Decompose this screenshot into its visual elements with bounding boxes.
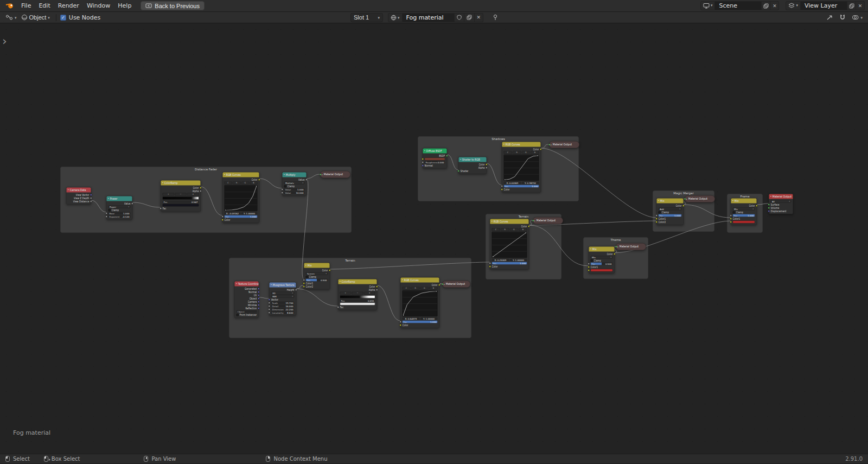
node-row-field[interactable]: Value10.000 <box>283 191 307 194</box>
node-texture-coordinate[interactable]: ▾Texture CoordinateGeneratedNormalUVObje… <box>234 281 259 318</box>
node-header[interactable]: ▾RGB Curves <box>490 219 529 224</box>
number-field[interactable]: Exponent-0.120 <box>108 215 131 218</box>
socket-input[interactable] <box>400 324 402 326</box>
socket-output[interactable] <box>258 291 260 293</box>
toolbar-button[interactable]: R <box>233 182 240 185</box>
node-rgb-curves[interactable]: ▾RGB CurvesColorCRGBX: 0.25309Y: 1.00000… <box>490 219 529 270</box>
color-swatch[interactable] <box>425 158 445 161</box>
socket-input[interactable] <box>303 279 305 281</box>
node-rgb-curves[interactable]: ▾RGB CurvesColorCRGBX: 0.64373Y: 1.00000… <box>400 277 439 328</box>
socket-input[interactable] <box>501 185 503 187</box>
new-scene-button[interactable] <box>762 1 770 10</box>
node-row-curve[interactable] <box>401 290 439 317</box>
socket-input[interactable] <box>400 321 402 323</box>
socket-input[interactable] <box>656 214 658 217</box>
editor-type-dropdown[interactable]: ▾ <box>3 13 19 22</box>
socket-input[interactable] <box>684 198 686 200</box>
node-header[interactable]: ▾Musgrave Texture <box>270 283 296 288</box>
node-header[interactable]: ▾Power <box>107 196 132 201</box>
collapse-toggle-icon[interactable]: ▾ <box>658 200 659 202</box>
collapse-toggle-icon[interactable]: ▾ <box>68 189 69 191</box>
toolbar-button[interactable]: − <box>175 193 186 196</box>
node-multiply[interactable]: ▾MultiplyValueMultiply▾ClampValue1.000Va… <box>282 172 307 196</box>
collapse-toggle-icon[interactable]: ▸ <box>444 283 445 285</box>
socket-output[interactable] <box>258 301 260 303</box>
socket-output[interactable] <box>528 225 530 227</box>
socket-output[interactable] <box>329 269 331 271</box>
collapse-toggle-icon[interactable]: ▾ <box>340 281 341 283</box>
toolbar-button[interactable]: R <box>513 151 521 154</box>
menu-window[interactable]: Window <box>83 1 114 10</box>
socket-output[interactable] <box>90 200 92 202</box>
fac-slider[interactable]: Fac1.000 <box>659 214 682 217</box>
fac-slider[interactable]: Fac1.000 <box>504 185 539 188</box>
collapse-toggle-icon[interactable]: ▾ <box>305 264 307 266</box>
node-header[interactable]: ▾Diffuse BSDF <box>423 149 447 154</box>
curve-editor[interactable] <box>225 185 258 211</box>
node-material-output[interactable]: ▸Material Output <box>442 281 470 288</box>
dropdown[interactable]: fBM▾ <box>271 295 295 298</box>
fac-slider[interactable]: Fac1.000 <box>733 214 755 217</box>
toolbar-button[interactable]: B <box>531 151 539 154</box>
socket-output[interactable] <box>756 205 758 207</box>
node-header[interactable]: ▾RGB Curves <box>223 173 259 177</box>
number-field[interactable]: X: 0.64373 <box>403 317 420 320</box>
checkbox[interactable] <box>237 314 239 316</box>
socket-input[interactable] <box>106 212 108 214</box>
color-swatch[interactable] <box>591 269 613 272</box>
collapse-toggle-icon[interactable]: ▾ <box>503 143 505 145</box>
toolbar-button[interactable]: ▾ <box>187 193 199 196</box>
collapse-toggle-icon[interactable]: ▾ <box>590 248 591 250</box>
socket-output[interactable] <box>305 179 308 181</box>
collapse-toggle-icon[interactable]: ▾ <box>271 284 272 286</box>
socket-input[interactable] <box>337 306 340 308</box>
dropdown[interactable]: Multiply▾ <box>284 182 305 185</box>
socket-input[interactable] <box>588 269 590 271</box>
node-header[interactable]: ▾Camera Data <box>67 188 91 193</box>
node-header[interactable]: ▾Texture Coordinate <box>235 282 259 287</box>
node-editor-canvas[interactable]: Distance FaderShadowsTerrainMagic Merger… <box>0 23 868 454</box>
node-header[interactable]: ▸Material Output <box>321 171 350 178</box>
menu-help[interactable]: Help <box>114 1 135 10</box>
socket-input[interactable] <box>730 214 732 217</box>
toolbar-button[interactable]: R <box>501 228 509 231</box>
node-header[interactable]: ▾ColorRamp <box>339 279 377 284</box>
node-row-field[interactable]: Exponent-0.120 <box>107 215 132 218</box>
number-field[interactable]: Lacunarity8.600 <box>271 312 295 314</box>
node-row-curve[interactable] <box>223 185 259 212</box>
socket-output[interactable] <box>540 148 542 150</box>
collapse-toggle-icon[interactable]: ▾ <box>284 174 285 176</box>
curve-editor[interactable] <box>492 232 527 258</box>
socket-output[interactable] <box>446 155 448 157</box>
node-row-gradient[interactable] <box>161 196 201 200</box>
snap-arrow-icon-button[interactable] <box>824 13 835 22</box>
socket-output[interactable] <box>90 194 92 196</box>
socket-input[interactable] <box>422 161 424 163</box>
socket-output[interactable] <box>614 253 616 255</box>
toolbar-button[interactable]: C <box>225 182 232 185</box>
socket-input[interactable] <box>730 221 732 223</box>
node-header[interactable]: ▾Mix <box>304 263 330 268</box>
node-mix[interactable]: ▾MixColorScreen▾ClampFac0.500Color1Color… <box>304 263 330 290</box>
checkbox[interactable] <box>306 276 309 278</box>
socket-input[interactable] <box>768 204 770 206</box>
number-field[interactable]: Scale19.700 <box>271 302 295 304</box>
toolbar-button[interactable]: C <box>504 151 512 154</box>
toolbar-button[interactable]: C <box>403 287 411 290</box>
node-power[interactable]: ▾PowerValuePower▾ClampBase1.000Exponent-… <box>106 196 132 220</box>
node-header[interactable]: ▸Material Output <box>550 142 579 148</box>
toolbar-button[interactable]: − <box>352 292 363 295</box>
socket-input[interactable] <box>656 218 658 220</box>
socket-input[interactable] <box>222 219 224 221</box>
node-row-swatch[interactable] <box>731 220 757 224</box>
fac-slider[interactable]: Fac0.500 <box>591 263 613 265</box>
color-ramp-gradient[interactable] <box>340 295 375 298</box>
node-material-output[interactable]: ▾Material OutputAll▾SurfaceVolumeDisplac… <box>769 194 793 214</box>
socket-input[interactable] <box>269 308 271 310</box>
blender-logo-icon[interactable] <box>5 2 14 9</box>
fake-user-shield-button[interactable] <box>455 13 464 22</box>
socket-input[interactable] <box>489 262 492 264</box>
node-colorramp[interactable]: ▾ColorRampColorAlpha+−▾Pos0.547Fac <box>161 180 201 212</box>
socket-input[interactable] <box>222 215 224 218</box>
socket-input[interactable] <box>489 265 492 268</box>
